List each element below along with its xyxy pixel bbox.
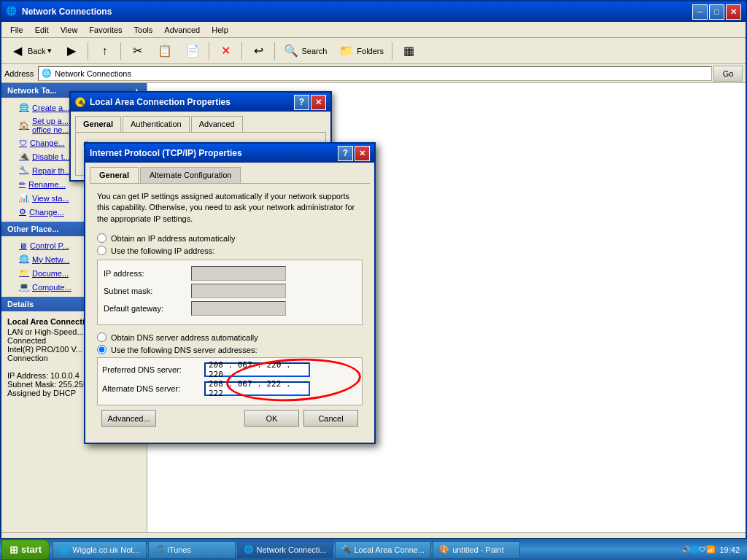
manual-dns-row: Use the following DNS server addresses: bbox=[97, 345, 363, 354]
search-icon: 🔍 bbox=[283, 43, 299, 59]
preferred-dns-row: Preferred DNS server: 208 . 067 . 220 . … bbox=[102, 362, 357, 377]
menu-favorites[interactable]: Favorites bbox=[83, 24, 128, 36]
menu-view[interactable]: View bbox=[55, 24, 84, 36]
taskbar-item-0[interactable]: 🌐 Wiggle.co.uk Not... bbox=[53, 541, 146, 559]
tcp-body: You can get IP settings assigned automat… bbox=[90, 183, 370, 438]
subnet-input[interactable] bbox=[191, 284, 286, 298]
lac-title-text: Local Area Connection Properties bbox=[90, 97, 231, 107]
subnet-label: Subnet mask: bbox=[104, 287, 191, 295]
close-button[interactable]: ✕ bbox=[726, 4, 741, 20]
dropdown-icon: ▾ bbox=[47, 46, 52, 55]
tcp-title-text: Internet Protocol (TCP/IP) Properties bbox=[90, 148, 242, 158]
folders-icon: 📁 bbox=[338, 43, 355, 59]
separator3 bbox=[209, 42, 209, 60]
start-button[interactable]: ⊞ start bbox=[1, 540, 50, 560]
cut-icon: ✂ bbox=[129, 43, 145, 59]
tcp-help-button[interactable]: ? bbox=[338, 146, 353, 161]
tray-icons: 🔊🌐🛡📶 bbox=[681, 545, 715, 553]
ip-address-input[interactable] bbox=[191, 266, 286, 281]
manual-dns-label[interactable]: Use the following DNS server addresses: bbox=[111, 346, 258, 354]
ip-address-row: IP address: bbox=[104, 266, 356, 281]
alternate-dns-input[interactable]: 208 . 067 . 222 . 222 bbox=[204, 381, 310, 396]
other-places-label: Other Place... bbox=[7, 225, 58, 233]
preferred-dns-input[interactable]: 208 . 067 . 220 . 220 bbox=[204, 362, 310, 377]
manual-ip-label[interactable]: Use the following IP address: bbox=[111, 246, 214, 255]
manual-ip-radio[interactable] bbox=[97, 246, 107, 255]
copy-icon: 📋 bbox=[157, 43, 173, 59]
up-icon: ↑ bbox=[96, 43, 112, 59]
minimize-button[interactable]: ─ bbox=[692, 4, 708, 20]
address-input[interactable]: 🌐 Network Connections bbox=[38, 66, 712, 81]
taskbar-item-2[interactable]: 🌐 Network Connecti... bbox=[237, 541, 333, 559]
up-button[interactable]: ↑ bbox=[91, 40, 117, 62]
tcp-tab-general[interactable]: General bbox=[90, 167, 139, 183]
tab-advanced[interactable]: Advanced bbox=[191, 116, 243, 132]
taskbar-item-4[interactable]: 🎨 untitled - Paint bbox=[433, 541, 520, 559]
tcp-close-button[interactable]: ✕ bbox=[355, 146, 370, 161]
system-tray: 🔊🌐🛡📶 19:42 bbox=[677, 545, 747, 554]
repair-icon: 🔧 bbox=[19, 166, 29, 175]
address-bar: Address 🌐 Network Connections Go bbox=[1, 64, 746, 83]
tb-item-icon-3: 🔌 bbox=[341, 545, 352, 554]
menu-file[interactable]: File bbox=[4, 24, 29, 36]
copy-button[interactable]: 📋 bbox=[152, 40, 178, 62]
paste-button[interactable]: 📄 bbox=[179, 40, 206, 62]
tcp-tabs: General Alternate Configuration bbox=[85, 163, 374, 183]
tcp-dialog: Internet Protocol (TCP/IP) Properties ? … bbox=[84, 142, 376, 444]
auto-dns-label[interactable]: Obtain DNS server address automatically bbox=[111, 333, 258, 342]
separator bbox=[88, 42, 88, 60]
change-icon: ⚙ bbox=[19, 207, 26, 217]
undo-button[interactable]: ↩ bbox=[245, 40, 271, 62]
menu-edit[interactable]: Edit bbox=[29, 24, 55, 36]
lac-title-bar: 🔌 Local Area Connection Properties ? ✕ bbox=[71, 93, 330, 112]
tab-general[interactable]: General bbox=[75, 116, 121, 132]
ok-button[interactable]: OK bbox=[244, 410, 299, 427]
delete-icon: ✕ bbox=[217, 43, 233, 59]
dns-section: Obtain DNS server address automatically … bbox=[97, 332, 363, 405]
undo-icon: ↩ bbox=[250, 43, 266, 59]
advanced-button[interactable]: Advanced... bbox=[101, 410, 156, 427]
tb-item-icon-2: 🌐 bbox=[244, 545, 254, 554]
gateway-input[interactable] bbox=[191, 301, 286, 316]
separator6 bbox=[392, 42, 392, 60]
status-icon: 📊 bbox=[19, 193, 29, 203]
separator2 bbox=[120, 42, 121, 60]
delete-button[interactable]: ✕ bbox=[212, 40, 239, 62]
rename-icon: ✏ bbox=[19, 179, 26, 189]
lac-close-button[interactable]: ✕ bbox=[311, 95, 326, 110]
go-button[interactable]: Go bbox=[713, 66, 743, 82]
maximize-button[interactable]: □ bbox=[709, 4, 724, 20]
cp-icon: 🖥 bbox=[19, 241, 27, 250]
tab-authentication[interactable]: Authentication bbox=[123, 116, 190, 132]
forward-icon: ▶ bbox=[63, 43, 80, 59]
folders-button[interactable]: 📁 Folders bbox=[333, 40, 389, 62]
disable-icon: 🔌 bbox=[19, 152, 29, 161]
tcp-footer: Advanced... OK Cancel bbox=[97, 405, 363, 431]
forward-button[interactable]: ▶ bbox=[58, 40, 85, 62]
gateway-label: Default gateway: bbox=[104, 304, 191, 313]
manual-dns-radio[interactable] bbox=[97, 345, 107, 354]
subnet-row: Subnet mask: bbox=[104, 284, 356, 298]
menu-advanced[interactable]: Advanced bbox=[158, 24, 206, 36]
menu-tools[interactable]: Tools bbox=[128, 24, 159, 36]
create-icon: 🌐 bbox=[19, 103, 29, 112]
back-icon: ◀ bbox=[9, 43, 26, 59]
tcp-description: You can get IP settings assigned automat… bbox=[97, 191, 363, 225]
back-button[interactable]: ◀ Back ▾ bbox=[4, 40, 57, 62]
lac-help-button[interactable]: ? bbox=[294, 95, 309, 110]
cut-button[interactable]: ✂ bbox=[124, 40, 150, 62]
menu-help[interactable]: Help bbox=[206, 24, 234, 36]
search-button[interactable]: 🔍 Search bbox=[278, 40, 332, 62]
network-tasks-label: Network Ta... bbox=[7, 86, 57, 95]
taskbar-item-1[interactable]: 🎵 iTunes bbox=[148, 541, 236, 559]
paste-icon: 📄 bbox=[185, 43, 201, 59]
auto-dns-radio[interactable] bbox=[97, 332, 107, 342]
taskbar-item-3[interactable]: 🔌 Local Area Conne... bbox=[335, 541, 432, 559]
views-button[interactable]: ▦ bbox=[395, 40, 422, 62]
manual-ip-row: Use the following IP address: bbox=[97, 246, 363, 255]
auto-ip-radio[interactable] bbox=[97, 233, 107, 243]
tcp-tab-alternate[interactable]: Alternate Configuration bbox=[140, 167, 241, 183]
auto-ip-label[interactable]: Obtain an IP address automatically bbox=[111, 234, 235, 243]
tb-item-icon-0: 🌐 bbox=[59, 545, 69, 554]
cancel-button[interactable]: Cancel bbox=[303, 410, 358, 427]
